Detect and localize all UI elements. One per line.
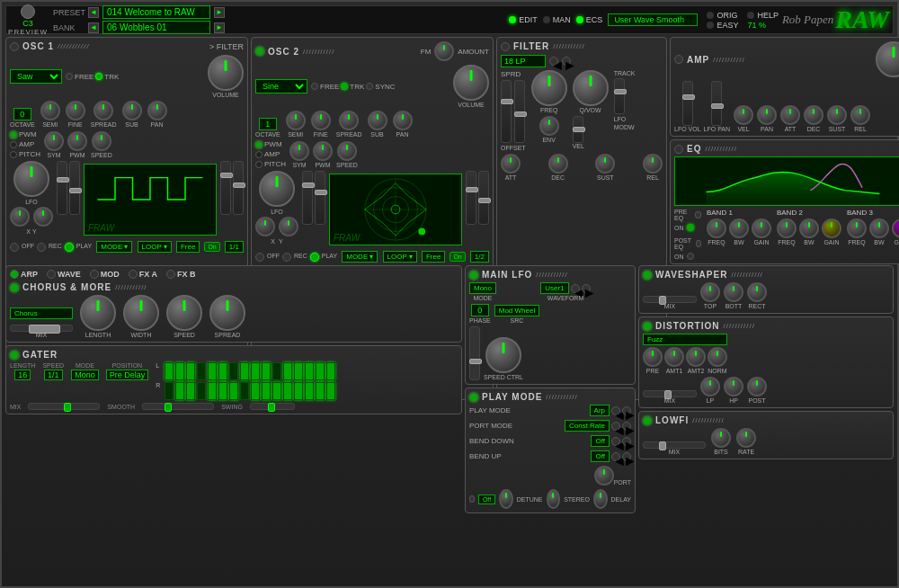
- filter-offset-slider[interactable]: [514, 80, 525, 143]
- wave-tab[interactable]: WAVE: [47, 270, 81, 279]
- osc1-loop-dropdown[interactable]: LOOP ▾: [138, 241, 172, 253]
- dist-type-dropdown[interactable]: Fuzz: [643, 334, 727, 345]
- port-mode-next[interactable]: ►: [622, 422, 631, 431]
- eq-band3-gain-knob[interactable]: [892, 218, 899, 238]
- filter-rel-knob[interactable]: [643, 154, 663, 174]
- chorus-speed-knob[interactable]: [166, 295, 202, 331]
- osc1-x-knob[interactable]: [10, 207, 30, 227]
- osc1-octave-display[interactable]: 0: [13, 108, 31, 120]
- filter-type-display[interactable]: 18 LP: [501, 55, 546, 67]
- osc1-on-btn[interactable]: On: [204, 242, 219, 252]
- osc2-waveform-select[interactable]: SineSawSquare: [255, 79, 307, 94]
- osc2-slider4[interactable]: [478, 171, 489, 225]
- lowfi-rate-knob[interactable]: [736, 428, 756, 448]
- gater-cell-14[interactable]: [305, 362, 314, 380]
- unison-btn[interactable]: Off: [478, 494, 495, 504]
- eq-band1-freq-knob[interactable]: [707, 218, 726, 238]
- help-btn[interactable]: HELP: [747, 11, 779, 20]
- osc2-fine-knob[interactable]: [311, 111, 331, 130]
- gater-cell-r12[interactable]: [283, 382, 292, 400]
- bend-up-val[interactable]: Off: [591, 450, 610, 462]
- filter-sust-knob[interactable]: [595, 154, 615, 174]
- osc2-y-knob[interactable]: [279, 217, 298, 236]
- osc2-speed-knob[interactable]: [337, 141, 357, 161]
- gater-cell-r9[interactable]: [251, 382, 260, 400]
- arp-tab[interactable]: ARP: [10, 270, 38, 279]
- bend-down-prev[interactable]: ◄: [611, 437, 620, 446]
- lfo-phase-display[interactable]: 0: [471, 304, 489, 316]
- osc2-pan-knob[interactable]: [393, 111, 413, 130]
- eq-on2-led[interactable]: [687, 253, 694, 260]
- eq-pre-led[interactable]: [695, 211, 701, 218]
- osc2-loop-dropdown[interactable]: LOOP ▾: [383, 251, 417, 263]
- osc1-speed-knob[interactable]: [92, 131, 111, 151]
- gater-cell-r6[interactable]: [218, 382, 227, 400]
- osc1-play-led[interactable]: [65, 243, 74, 252]
- osc2-play-led[interactable]: [310, 253, 319, 262]
- amp-vel-knob[interactable]: [734, 105, 753, 125]
- dist-norm-knob[interactable]: [708, 347, 727, 367]
- ws-bott-knob[interactable]: [724, 282, 743, 302]
- gater-smooth-slider[interactable]: [142, 403, 214, 410]
- osc2-slider1[interactable]: [302, 171, 313, 225]
- bend-down-val[interactable]: Off: [591, 435, 610, 447]
- gater-cell-15[interactable]: [316, 362, 325, 380]
- osc2-sync-dropdown[interactable]: 1/2: [470, 251, 489, 263]
- gater-cell-r3[interactable]: [186, 382, 195, 400]
- eq-band1-bw-knob[interactable]: [729, 218, 749, 238]
- osc1-pan-knob[interactable]: [147, 101, 167, 120]
- eq-band3-freq-knob[interactable]: [847, 218, 867, 238]
- gater-cell-2[interactable]: [175, 362, 184, 380]
- osc2-slider2[interactable]: [315, 171, 325, 225]
- osc1-filter-link[interactable]: > FILTER: [209, 42, 244, 51]
- gater-mix-slider[interactable]: [28, 403, 100, 410]
- eq-band3-bw-knob[interactable]: [869, 218, 889, 238]
- osc1-spread-knob[interactable]: [93, 101, 113, 120]
- dist-pre-knob[interactable]: [643, 347, 663, 367]
- gater-length-val[interactable]: 16: [14, 370, 31, 380]
- osc2-amp-radio[interactable]: AMP: [255, 150, 286, 158]
- edit-btn[interactable]: EDIT: [509, 15, 538, 24]
- osc1-slider4[interactable]: [233, 161, 244, 215]
- lfo-modwheel-dropdown[interactable]: Mod Wheel: [494, 305, 539, 316]
- gater-mode-val[interactable]: Mono: [71, 370, 99, 380]
- mod-tab[interactable]: MOD: [90, 270, 120, 279]
- amp-sust-knob[interactable]: [827, 105, 847, 125]
- chorus-spread-knob[interactable]: [209, 295, 245, 331]
- eq-band2-bw-knob[interactable]: [799, 218, 819, 238]
- osc1-rec-led[interactable]: [37, 243, 46, 252]
- lowfi-bits-knob[interactable]: [711, 428, 731, 448]
- osc2-pitch-radio[interactable]: PITCH: [255, 160, 286, 168]
- gater-speed-val[interactable]: 1/1: [44, 370, 63, 380]
- bend-up-next[interactable]: ►: [622, 452, 631, 461]
- gater-cell-r5[interactable]: [208, 382, 217, 400]
- osc2-sub-knob[interactable]: [368, 111, 387, 130]
- osc1-semi-knob[interactable]: [40, 101, 60, 120]
- man-btn[interactable]: MAN: [543, 15, 571, 24]
- dist-post-knob[interactable]: [747, 377, 767, 396]
- osc1-sym-knob[interactable]: [44, 131, 64, 151]
- eq-band2-gain-knob[interactable]: [822, 218, 841, 238]
- osc1-pwm-radio[interactable]: PWM: [10, 130, 40, 138]
- dist-mix-slider[interactable]: [643, 390, 697, 397]
- chorus-width-knob[interactable]: [123, 295, 159, 331]
- ws-top-knob[interactable]: [700, 282, 720, 302]
- gater-cell-10[interactable]: [262, 362, 271, 380]
- osc1-sub-knob[interactable]: [122, 101, 142, 120]
- lfo-depth-slider[interactable]: [469, 326, 480, 380]
- osc1-volume-knob[interactable]: [208, 55, 244, 91]
- osc1-slider1[interactable]: [57, 161, 67, 215]
- dist-amt2-knob[interactable]: [686, 347, 706, 367]
- osc1-y-knob[interactable]: [33, 207, 53, 227]
- delay-knob[interactable]: [593, 489, 608, 509]
- amp-dec-knob[interactable]: [804, 105, 823, 125]
- port-mode-prev[interactable]: ◄: [611, 422, 620, 431]
- gater-cell-9[interactable]: [251, 362, 260, 380]
- filter-env-knob[interactable]: [539, 116, 559, 136]
- pm-next[interactable]: ►: [622, 406, 631, 415]
- dist-lp-knob[interactable]: [700, 377, 720, 396]
- gater-cell-r14[interactable]: [305, 382, 314, 400]
- bank-prev-btn[interactable]: ◄: [88, 22, 99, 33]
- osc2-on-btn[interactable]: On: [450, 252, 465, 262]
- gater-cell-7[interactable]: [229, 362, 238, 380]
